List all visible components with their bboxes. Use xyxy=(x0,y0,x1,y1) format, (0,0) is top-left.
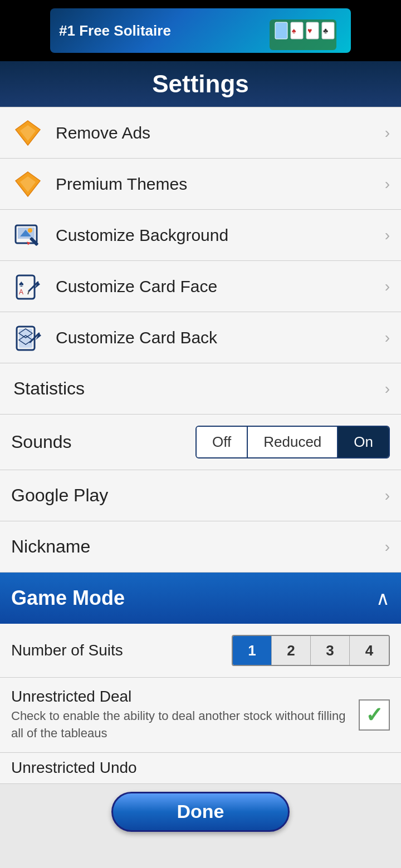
unrestricted-deal-description: Check to enable the ability to deal anot… xyxy=(11,708,350,742)
unrestricted-deal-row[interactable]: Unrestricted Deal Check to enable the ab… xyxy=(0,678,401,753)
menu-label-premium-themes: Premium Themes xyxy=(56,175,380,194)
diamond-icon-remove-ads xyxy=(11,116,45,150)
diamond-icon-premium-themes xyxy=(11,167,45,201)
sounds-on-button[interactable]: On xyxy=(337,427,389,457)
svg-text:♣: ♣ xyxy=(323,26,328,35)
menu-label-remove-ads: Remove Ads xyxy=(56,124,380,142)
chevron-customize-background: › xyxy=(385,226,390,244)
chevron-google-play: › xyxy=(385,487,390,505)
sounds-toggle: Off Reduced On xyxy=(195,426,390,458)
chevron-nickname: › xyxy=(385,538,390,556)
svg-text:♠: ♠ xyxy=(19,279,24,288)
menu-item-premium-themes[interactable]: Premium Themes › xyxy=(0,159,401,210)
ad-inner[interactable]: #1 Free Solitaire ♠ ♥ ♣ xyxy=(50,8,351,53)
sounds-off-button[interactable]: Off xyxy=(197,427,247,457)
done-bar: Done xyxy=(0,784,401,840)
checkmark-icon: ✓ xyxy=(365,703,383,727)
menu-label-customize-background: Customize Background xyxy=(56,226,380,245)
suit-button-4[interactable]: 4 xyxy=(350,636,389,665)
ad-banner: #1 Free Solitaire ♠ ♥ ♣ xyxy=(0,0,401,61)
ad-cards-visual: ♠ ♥ ♣ xyxy=(264,11,342,50)
sounds-reduced-button[interactable]: Reduced xyxy=(247,427,337,457)
chevron-customize-card-back: › xyxy=(385,329,390,347)
chevron-statistics: › xyxy=(385,380,390,398)
card-back-icon xyxy=(11,321,45,354)
suits-row: Number of Suits 1 2 3 4 xyxy=(0,624,401,678)
chevron-remove-ads: › xyxy=(385,124,390,142)
menu-label-customize-card-back: Customize Card Back xyxy=(56,328,380,347)
card-face-icon: ♠ A xyxy=(11,270,45,303)
settings-header: Settings xyxy=(0,61,401,107)
menu-item-google-play[interactable]: Google Play › xyxy=(0,470,401,521)
suits-buttons: 1 2 3 4 xyxy=(232,635,390,666)
menu-item-customize-card-back[interactable]: Customize Card Back › xyxy=(0,312,401,363)
menu-item-customize-background[interactable]: Customize Background › xyxy=(0,210,401,261)
chevron-customize-card-face: › xyxy=(385,278,390,295)
suit-button-1[interactable]: 1 xyxy=(233,636,272,665)
sounds-row: Sounds Off Reduced On xyxy=(0,415,401,470)
svg-text:♠: ♠ xyxy=(292,26,296,35)
unrestricted-deal-checkbox[interactable]: ✓ xyxy=(359,699,390,731)
game-mode-collapse-icon: ∧ xyxy=(376,587,390,609)
menu-label-customize-card-face: Customize Card Face xyxy=(56,277,380,296)
menu-label-google-play: Google Play xyxy=(11,485,380,506)
menu-list: Remove Ads › Premium Themes › xyxy=(0,107,401,573)
menu-item-statistics[interactable]: Statistics › xyxy=(0,363,401,415)
unrestricted-deal-title: Unrestricted Deal xyxy=(11,688,350,706)
menu-item-nickname[interactable]: Nickname › xyxy=(0,521,401,573)
page-title: Settings xyxy=(152,70,249,98)
menu-label-nickname: Nickname xyxy=(11,536,380,557)
svg-text:A: A xyxy=(19,288,23,296)
sounds-label: Sounds xyxy=(11,432,195,452)
ad-text: #1 Free Solitaire xyxy=(59,22,171,40)
menu-item-customize-card-face[interactable]: ♠ A Customize Card Face › xyxy=(0,261,401,312)
unrestricted-deal-text: Unrestricted Deal Check to enable the ab… xyxy=(11,688,350,742)
unrestricted-undo-label: Unrestricted Undo xyxy=(11,759,137,777)
game-mode-title: Game Mode xyxy=(11,586,376,610)
svg-text:♥: ♥ xyxy=(307,26,312,35)
menu-item-remove-ads[interactable]: Remove Ads › xyxy=(0,107,401,159)
suit-button-3[interactable]: 3 xyxy=(311,636,350,665)
chevron-premium-themes: › xyxy=(385,175,390,193)
game-mode-content: Number of Suits 1 2 3 4 Unrestricted Dea… xyxy=(0,624,401,784)
suit-button-2[interactable]: 2 xyxy=(272,636,311,665)
svg-point-15 xyxy=(28,228,32,233)
svg-rect-1 xyxy=(275,22,287,39)
svg-line-23 xyxy=(28,291,29,294)
menu-label-statistics: Statistics xyxy=(13,378,380,399)
suits-label: Number of Suits xyxy=(11,642,232,659)
done-button[interactable]: Done xyxy=(111,792,290,832)
unrestricted-undo-row[interactable]: Unrestricted Undo xyxy=(0,753,401,784)
game-mode-header[interactable]: Game Mode ∧ xyxy=(0,573,401,624)
background-icon xyxy=(11,219,45,252)
